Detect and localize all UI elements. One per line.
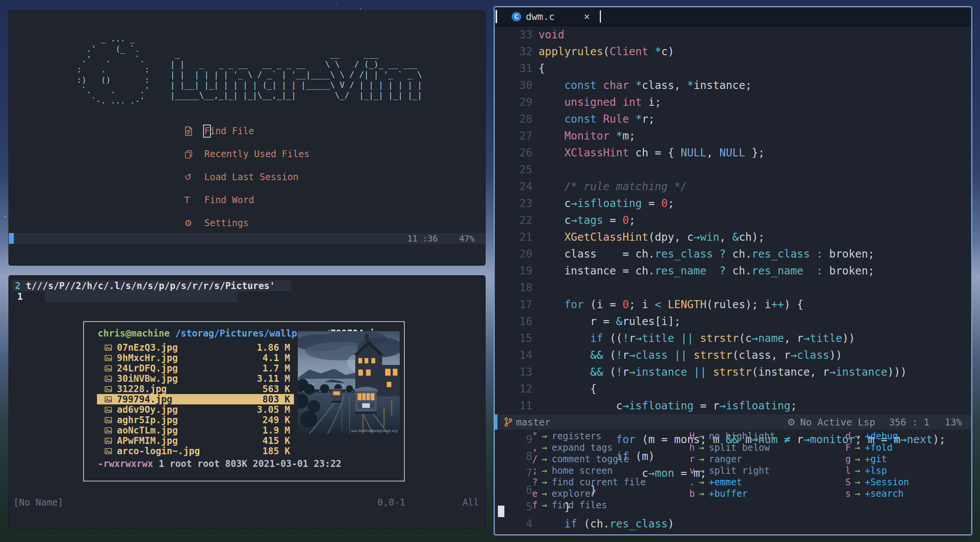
binding-label: explorer — [552, 488, 596, 499]
file-row-31228-jpg[interactable]: 31228.jpg563 K — [97, 384, 294, 394]
arrow-icon: → — [542, 488, 547, 499]
tab-dwm-c[interactable]: C dwm.c × — [512, 11, 590, 22]
file-size: 4.1 M — [263, 353, 290, 363]
binding-label: +fold — [865, 442, 892, 453]
binding-key: b — [666, 488, 695, 499]
code-line[interactable]: 4 if (ch.res_class) — [495, 516, 971, 532]
which-key-binding-find-files: f→find files — [509, 499, 646, 511]
dashboard-menu: Find FileRecently Used Files↺Load Last S… — [184, 126, 310, 241]
moon-ascii-art: _ ... _ .' (_ `. .' . `. : . : :) () : `… — [72, 34, 149, 106]
file-row-aonctlm-jpg[interactable]: aoNcTLm.jpg1.9 M — [97, 425, 294, 435]
line-number: 18 — [495, 279, 532, 296]
binding-key: " — [509, 431, 538, 442]
file-row-07nezq3-jpg[interactable]: 07nEzQ3.jpg1.86 M — [97, 342, 294, 353]
file-size: 249 K — [263, 415, 290, 425]
code-line[interactable]: 28 const Rule *r; — [495, 111, 971, 128]
line-number: 17 — [495, 296, 532, 313]
which-key-column: d→+debugF→+foldg→+gitl→+lspS→+Sessions→+… — [822, 430, 909, 499]
statusline-percent: 47% — [459, 234, 474, 243]
star — [179, 6, 179, 7]
code-line[interactable]: 25 — [495, 161, 971, 178]
file-name: ad6v9Oy.jpg — [117, 404, 178, 415]
statusline-time: 11 :36 — [407, 234, 438, 243]
which-key-binding-ranger: r→ranger — [666, 453, 775, 465]
which-key-binding-explorer: e→explorer — [509, 488, 646, 499]
arrow-icon: → — [542, 500, 547, 511]
code-text: if (ch.res_class) — [538, 516, 674, 532]
dashboard-item-settings[interactable]: ⚙Settings — [184, 218, 310, 228]
code-line[interactable]: 27 Monitor *m; — [495, 128, 971, 145]
code-line[interactable]: 15 if ((!r→title || strstr(c→name, r→tit… — [495, 330, 971, 347]
terminal-cursor-block — [498, 506, 504, 517]
file-row-9hmxchr-jpg[interactable]: 9hMxcHr.jpg4.1 M — [97, 353, 294, 363]
arrow-icon: → — [855, 431, 860, 442]
which-key-binding-session: S→+Session — [822, 476, 909, 488]
code-line[interactable]: 13 && (!r→instance || strstr(instance, r… — [495, 364, 971, 381]
c-language-icon: C — [512, 12, 521, 21]
code-text: const Rule *r; — [538, 111, 655, 128]
code-line[interactable]: 23 c→isfloating = 0; — [495, 195, 971, 212]
image-icon — [105, 355, 117, 361]
file-row-30invbw-jpg[interactable]: 30iNVBw.jpg3.11 M — [97, 373, 294, 384]
code-line[interactable]: 14 && (!r→class || strstr(class, r→class… — [495, 347, 971, 364]
line-number: 25 — [495, 161, 532, 178]
code-line[interactable]: 30 const char *class, *instance; — [495, 77, 971, 94]
dashboard-item-load-last-session[interactable]: ↺Load Last Session — [184, 172, 310, 182]
binding-label: split right — [709, 465, 770, 476]
dashboard-item-label: Load Last Session — [204, 172, 299, 182]
code-line[interactable]: 19 instance = ch.res_name ? ch.res_name … — [495, 263, 971, 279]
code-line[interactable]: 24 /* rule matching */ — [495, 178, 971, 195]
file-row-aghr5ip-jpg[interactable]: aghr5Ip.jpg249 K — [97, 415, 294, 425]
code-line[interactable]: 12 { — [495, 381, 971, 397]
code-line[interactable]: 29 unsigned int i; — [495, 94, 971, 111]
dashboard-item-find-file[interactable]: Find File — [184, 126, 310, 136]
binding-label: find current file — [552, 477, 646, 488]
image-icon — [105, 407, 117, 413]
file-row-arco-login-jpg[interactable]: arco-login~.jpg185 K — [97, 446, 294, 456]
line-number: 32 — [495, 43, 532, 60]
which-key-binding-fold: F→+fold — [822, 442, 909, 453]
arrow-icon: → — [699, 431, 704, 442]
code-line[interactable]: 20 class = ch.res_class ? ch.res_class :… — [495, 246, 971, 263]
gear-icon: ⚙ — [184, 218, 204, 228]
scratch-statusline: [No Name] 0,0-1 All — [9, 497, 485, 508]
binding-key: v — [666, 465, 695, 476]
cursor-position: 0,0-1 — [378, 497, 405, 508]
star — [488, 116, 488, 116]
line-number: 21 — [495, 229, 532, 246]
line-number: 19 — [495, 263, 532, 279]
binding-label: +emmet — [709, 477, 742, 488]
tab-title: dwm.c — [526, 11, 555, 22]
arrow-icon: → — [542, 442, 547, 453]
code-line[interactable]: 16 r = &rules[i]; — [495, 313, 971, 330]
dashboard-item-label: Recently Used Files — [204, 149, 310, 159]
binding-label: no highlight — [709, 431, 775, 442]
code-line[interactable]: 31{ — [495, 60, 971, 77]
dashboard-item-recently-used-files[interactable]: Recently Used Files — [184, 149, 310, 159]
binding-label: +search — [865, 488, 903, 499]
binding-key: / — [509, 454, 538, 465]
statusline-accent-block — [9, 233, 14, 244]
file-size: 415 K — [263, 435, 290, 446]
code-line[interactable]: 18 — [495, 279, 971, 296]
file-row-799794-jpg[interactable]: 799794.jpg803 K — [97, 394, 294, 404]
close-icon[interactable]: × — [584, 11, 590, 22]
file-row-24lrdfq-jpg[interactable]: 24LrDFQ.jpg1.7 M — [97, 363, 294, 373]
code-line[interactable]: 33void — [495, 26, 971, 43]
code-line[interactable]: 3 XFree(ch.res_class); — [495, 532, 971, 535]
code-line[interactable]: 22 c→tags = 0; — [495, 212, 971, 229]
code-line[interactable]: 26 XClassHint ch = { NULL, NULL }; — [495, 145, 971, 161]
file-row-apwfmim-jpg[interactable]: APwFMIM.jpg415 K — [97, 435, 294, 446]
line-number: 14 — [495, 347, 532, 364]
line-number: 31 — [495, 60, 532, 77]
code-line[interactable]: 32applyrules(Client *c) — [495, 43, 971, 60]
code-line[interactable]: 11 c→isfloating = r→isfloating; — [495, 397, 971, 414]
image-icon — [105, 396, 117, 402]
code-line[interactable]: 17 for (i = 0; i < LENGTH(rules); i++) { — [495, 296, 971, 313]
arrow-icon: → — [699, 465, 704, 476]
arrow-icon: → — [855, 465, 860, 476]
code-line[interactable]: 21 XGetClassHint(dpy, c→win, &ch); — [495, 229, 971, 246]
dashboard-item-find-word[interactable]: TFind Word — [184, 195, 310, 205]
which-key-binding-split-right: v→split right — [666, 465, 775, 476]
file-row-ad6v9oy-jpg[interactable]: ad6v9Oy.jpg3.05 M — [97, 404, 294, 415]
